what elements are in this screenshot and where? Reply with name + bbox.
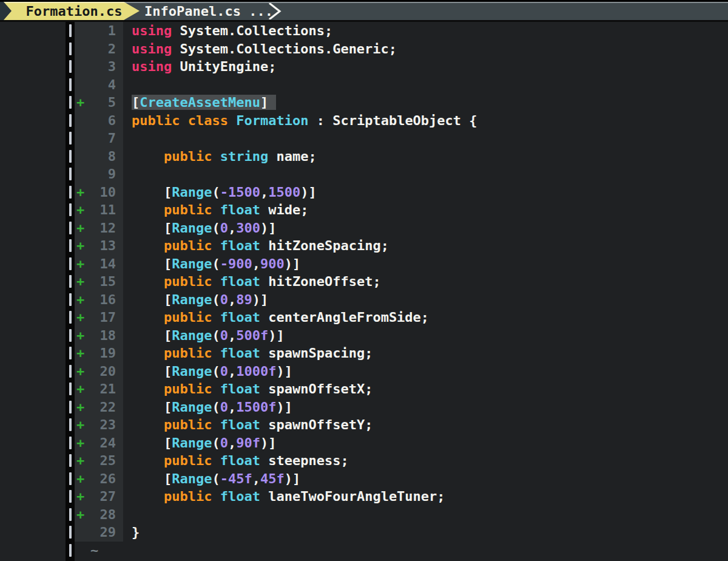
diff-added-marker <box>75 165 90 183</box>
code-text: [Range(0,500f)] <box>123 328 728 343</box>
diff-added-marker: + <box>75 219 90 237</box>
token-modifier-keyword: public <box>164 310 212 325</box>
code-line[interactable]: 7 <box>75 129 728 148</box>
token-keyword: using <box>132 23 172 38</box>
token-plain <box>132 238 164 253</box>
code-line[interactable]: +26 [Range(-45f,45f)] <box>75 470 728 488</box>
code-line[interactable]: 29} <box>75 523 728 542</box>
line-number: 27 <box>90 488 116 506</box>
gutter-padding <box>116 219 123 237</box>
token-number: 1500 <box>268 185 300 200</box>
line-number: 21 <box>90 380 116 398</box>
gutter-padding <box>116 434 123 452</box>
token-plain: )] <box>300 185 317 200</box>
code-line[interactable]: +21 public float spawnOffsetX; <box>75 380 728 398</box>
code-line[interactable]: +14 [Range(-900,900)] <box>75 255 728 273</box>
code-line[interactable]: +22 [Range(0,1500f)] <box>75 398 728 416</box>
code-text: public float spawnSpacing; <box>123 345 728 361</box>
line-number: 7 <box>90 129 116 148</box>
code-line[interactable]: +16 [Range(0,89)] <box>75 291 728 309</box>
separator-dash <box>66 76 75 94</box>
inactive-tab-label: InfoPanel.cs ... <box>144 4 273 19</box>
code-line[interactable]: +13 public float hitZoneSpacing; <box>75 237 728 255</box>
code-line[interactable]: 6public class Formation : ScriptableObje… <box>75 112 728 130</box>
code-line[interactable]: 9 <box>75 165 728 183</box>
line-number: 2 <box>90 40 116 58</box>
code-line[interactable]: 2using System.Collections.Generic; <box>75 40 728 58</box>
gutter-padding <box>116 506 123 524</box>
code-line[interactable]: +27 public float laneTwoFourAngleTuner; <box>75 488 728 506</box>
token-plain <box>212 238 220 253</box>
token-plain <box>132 202 164 217</box>
token-plain <box>180 113 187 128</box>
code-line[interactable]: 3using UnityEngine; <box>75 58 728 76</box>
token-type: float <box>220 274 260 289</box>
code-line[interactable]: +23 public float spawnOffsetY; <box>75 416 728 434</box>
more-tabs-chevron-icon[interactable] <box>268 3 281 19</box>
code-line[interactable]: 8 public string name; <box>75 148 728 166</box>
line-number: 16 <box>90 291 116 309</box>
line-number: 24 <box>90 434 116 452</box>
tab-infopanel-cs[interactable]: InfoPanel.cs ... <box>144 2 273 20</box>
token-type-highlighted: CreateAssetMenu <box>140 95 260 110</box>
code-line[interactable]: +25 public float steepness; <box>75 452 728 470</box>
separator-dash <box>66 219 75 237</box>
diff-added-marker: + <box>75 344 90 362</box>
line-number: 9 <box>90 165 116 183</box>
line-number: 28 <box>90 506 116 524</box>
line-number: 5 <box>90 93 116 112</box>
code-text: public float laneTwoFourAngleTuner; <box>123 489 728 504</box>
code-line[interactable]: +20 [Range(0,1000f)] <box>75 362 728 381</box>
gutter-padding <box>116 344 123 362</box>
token-plain: , <box>228 292 236 307</box>
code-line[interactable]: +24 [Range(0,90f)] <box>75 434 728 452</box>
diff-added-marker <box>75 523 90 542</box>
token-number: 300 <box>236 220 260 236</box>
code-line[interactable]: +12 [Range(0,300)] <box>75 219 728 237</box>
token-plain: , <box>228 328 236 343</box>
diff-added-marker: + <box>75 416 90 434</box>
code-line[interactable]: +15 public float hitZoneOffset; <box>75 273 728 291</box>
code-line[interactable]: +10 [Range(-1500,1500)] <box>75 183 728 202</box>
separator-dash <box>66 273 75 291</box>
code-line[interactable]: 1using System.Collections; <box>75 22 728 40</box>
token-number: 90f <box>236 435 260 450</box>
gutter-padding <box>116 362 123 381</box>
token-plain: )] <box>268 328 285 343</box>
separator-dash <box>66 380 75 398</box>
token-plain: )] <box>276 399 292 415</box>
token-plain: )] <box>252 292 269 307</box>
gutter-padding <box>116 255 123 273</box>
token-type: float <box>220 489 260 504</box>
separator-dash <box>66 237 75 255</box>
token-type: float <box>220 310 260 325</box>
diff-added-marker <box>75 129 90 148</box>
code-line[interactable]: 4 <box>75 76 728 94</box>
line-number: 3 <box>90 58 116 76</box>
gutter-padding <box>116 148 123 166</box>
line-number: 17 <box>90 308 116 327</box>
code-buffer[interactable]: 1using System.Collections;2using System.… <box>75 22 728 561</box>
code-line[interactable]: +11 public float wide; <box>75 201 728 219</box>
code-line[interactable]: +17 public float centerAngleFromSide; <box>75 308 728 327</box>
gutter-padding <box>116 237 123 255</box>
line-number: 13 <box>90 237 116 255</box>
line-number: 1 <box>90 22 116 40</box>
tab-formation-cs[interactable]: Formation.cs <box>4 2 140 20</box>
token-number: 900 <box>260 256 285 271</box>
code-line[interactable]: +19 public float spawnSpacing; <box>75 344 728 362</box>
token-plain: wide; <box>260 202 308 217</box>
code-line[interactable]: +28 <box>75 506 728 524</box>
code-line[interactable]: +18 [Range(0,500f)] <box>75 327 728 345</box>
line-number: 14 <box>90 255 116 273</box>
token-type: float <box>220 345 260 361</box>
separator-dash <box>66 416 75 434</box>
window-separator[interactable] <box>66 22 75 561</box>
separator-dash <box>66 523 75 542</box>
token-type: Range <box>172 256 212 271</box>
separator-dash <box>66 183 75 202</box>
code-line[interactable]: +5[CreateAssetMenu] <box>75 93 728 112</box>
separator-dash <box>66 506 75 524</box>
token-plain: ( <box>212 471 220 486</box>
code-text: public float centerAngleFromSide; <box>123 310 728 325</box>
